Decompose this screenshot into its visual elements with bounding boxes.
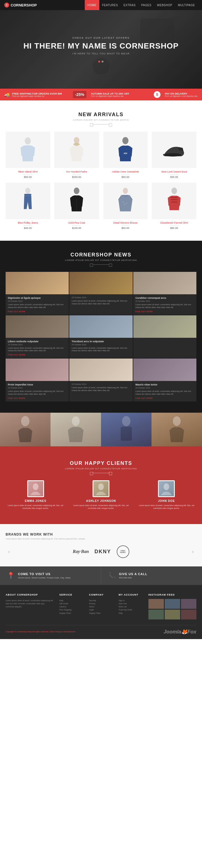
footer-link[interactable]: Security xyxy=(89,599,113,602)
news-text: Lorem ipsum dolor sit amet, consectetur … xyxy=(71,347,130,352)
nav-home[interactable]: HOME xyxy=(85,0,99,10)
client-name: JOHN DOE xyxy=(137,499,196,502)
instagram-item[interactable] xyxy=(165,599,180,609)
news-image xyxy=(6,272,69,294)
news-text: Lorem ipsum dolor sit amet, consectetur … xyxy=(71,300,130,305)
gallery-item[interactable] xyxy=(101,413,151,446)
product-card[interactable]: ADI Adidas Crew Sweatshirt $60.00 xyxy=(103,131,148,179)
instagram-item[interactable] xyxy=(148,610,164,619)
instagram-item[interactable] xyxy=(148,599,164,609)
instagram-item[interactable] xyxy=(181,610,196,619)
location-icon: 📍 xyxy=(7,572,15,579)
brands-next-arrow[interactable]: › xyxy=(190,548,196,555)
footer-link[interactable]: Free Shipping xyxy=(59,608,83,611)
hero-title: HI THERE! MY NAME IS CORNERSHOP xyxy=(23,41,178,51)
nav-features[interactable]: FEATURES xyxy=(99,0,121,10)
product-card[interactable]: Glazebrook Flannel Shirt $85.00 xyxy=(152,183,196,229)
clients-subtitle: LOREM IPSUM DOLOR SIT CONSECTETUR ADIPIS… xyxy=(6,467,196,470)
hero-dot-2[interactable] xyxy=(102,61,104,63)
footer-link[interactable]: New Cart xyxy=(119,602,143,605)
footer-link[interactable]: Wish List xyxy=(119,605,143,608)
brand-fred-perry[interactable]: FREDPERRY xyxy=(117,546,129,558)
brands-title: BRANDS WE WORK WITH xyxy=(6,532,196,536)
instagram-item[interactable] xyxy=(165,610,180,619)
promo-sale: -25% Autumn sale up to 25% off From ac d… xyxy=(69,91,133,98)
client-avatar xyxy=(27,480,44,497)
product-image: ADI xyxy=(103,131,148,168)
footer-link[interactable]: Supply Chain xyxy=(89,612,113,615)
brand-rayban[interactable]: Ray·Ban xyxy=(73,549,89,554)
footer-link[interactable]: Track My Order xyxy=(119,608,143,611)
nav-webshop[interactable]: WEBSHOP xyxy=(154,0,175,10)
nav-multipage[interactable]: MULTIPAGE xyxy=(175,0,198,10)
footer-link[interactable]: Legal xyxy=(89,608,113,611)
footer-link[interactable]: Gift Cards xyxy=(59,602,83,605)
svg-point-23 xyxy=(126,203,127,204)
product-card[interactable]: Blue Ridley Jeans $40.00 xyxy=(6,183,50,229)
svg-point-20 xyxy=(123,188,128,194)
footer-link[interactable]: Privacy xyxy=(89,602,113,605)
news-date: 15 October 2014 xyxy=(8,387,66,389)
footer-bottom: Copyright © Cornershop Shop All rights r… xyxy=(6,625,196,635)
footer-link[interactable]: Terms xyxy=(89,605,113,608)
product-card[interactable]: Fur Hooded Parke $200.00 xyxy=(54,131,99,179)
news-article-title: Curabitur consequat arcu xyxy=(136,297,194,299)
client-card: ASHLEY JOHNSON Lorem ipsum dolor sit ame… xyxy=(71,480,131,510)
news-link[interactable]: FIND OUT MORE xyxy=(136,397,194,399)
brand-dkny[interactable]: DKNY xyxy=(94,549,111,555)
footer-link[interactable]: Help xyxy=(119,612,143,615)
footer-link[interactable]: Help xyxy=(59,599,83,602)
phone-icon: 📞 xyxy=(108,572,116,579)
hero-dot-1[interactable] xyxy=(98,61,100,63)
new-arrivals-section: NEW ARRIVALS LOREM DOLOR SIT CONSECTETUR… xyxy=(0,100,202,241)
nav-extras[interactable]: EXTRAS xyxy=(121,0,138,10)
news-text: Lorem ipsum dolor sit amet, consectetur … xyxy=(136,303,194,309)
news-link[interactable]: FIND OUT MORE xyxy=(136,311,194,312)
svg-point-36 xyxy=(98,484,104,490)
instagram-item[interactable] xyxy=(181,599,196,609)
hero-section: CHECK OUT OUR LATEST OFFERS HI THERE! MY… xyxy=(0,10,202,89)
footer-account-title: MY ACCOUNT xyxy=(119,593,143,596)
news-image xyxy=(133,272,196,294)
news-article-title: Mauris vitae tortor xyxy=(136,383,194,386)
news-text: Lorem ipsum dolor sit amet, consectetur … xyxy=(8,347,66,352)
product-image xyxy=(54,183,99,219)
news-image xyxy=(133,315,196,338)
hero-content: CHECK OUT OUR LATEST OFFERS HI THERE! MY… xyxy=(23,36,178,63)
nav-pages[interactable]: PAGES xyxy=(138,0,154,10)
product-card[interactable]: Detail Kimono Blouse $50.00 xyxy=(103,183,148,229)
news-date: 15 October 2014 xyxy=(8,300,66,302)
svg-point-21 xyxy=(123,202,123,203)
news-card: Dignissim ut ligula quisque 15 October 2… xyxy=(6,272,69,315)
product-card[interactable]: Solid Pea Coat $130.00 xyxy=(54,183,99,229)
logo[interactable]: C CORNERSHOP xyxy=(4,2,37,7)
gallery-item[interactable] xyxy=(151,413,202,446)
news-link[interactable]: FIND OUT MORE xyxy=(8,354,66,356)
gallery-item[interactable] xyxy=(51,413,101,446)
footer-link[interactable]: Careers xyxy=(59,605,83,608)
news-image xyxy=(69,359,133,381)
footer-service-title: SERVICE xyxy=(59,593,83,596)
footer-link[interactable]: Supply Chain xyxy=(59,612,83,615)
news-link[interactable]: FIND OUT MORE xyxy=(8,397,66,399)
product-name: New Look Desert Boot xyxy=(152,170,196,173)
brands-prev-arrow[interactable]: ‹ xyxy=(6,548,12,555)
logo-icon: C xyxy=(4,2,9,7)
news-image xyxy=(6,315,69,338)
footer-link[interactable]: Sign In xyxy=(119,599,143,602)
navbar: C CORNERSHOP HOME FEATURES EXTRAS PAGES … xyxy=(0,0,202,10)
footer-about: ABOUT CORNERSHOP Lorem ipsum dolor sit a… xyxy=(6,593,54,619)
footer-service: SERVICE Help Gift Cards Careers Free Shi… xyxy=(59,593,83,619)
news-card: Curabitur consequat arcu 15 October 2014… xyxy=(133,272,196,315)
call-phone: 555-556-666 xyxy=(119,577,147,579)
svg-point-3 xyxy=(25,137,31,144)
product-card[interactable]: New Look Desert Boot $35.00 xyxy=(152,131,196,179)
product-divider xyxy=(73,174,81,175)
svg-point-35 xyxy=(33,484,38,490)
gallery-item[interactable] xyxy=(0,413,51,446)
product-card[interactable]: River Island Shirt $60.00 xyxy=(6,131,50,179)
client-avatar xyxy=(93,480,109,497)
footer-link[interactable]: Cilion Design & Development xyxy=(50,631,75,632)
promo-sale-title: Autumn sale up to 25% off xyxy=(91,92,129,95)
news-link[interactable]: FIND OUT MORE xyxy=(8,311,66,312)
